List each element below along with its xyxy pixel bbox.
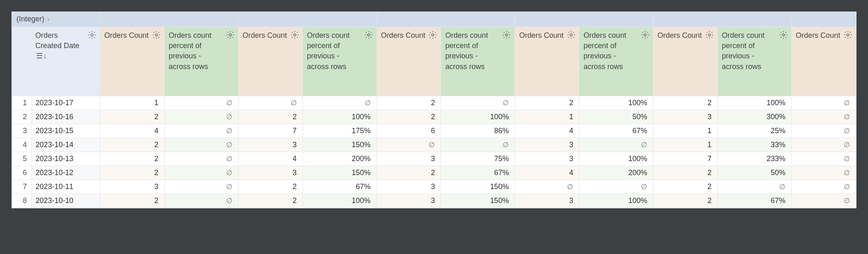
gear-icon-pct-4[interactable] [779,30,788,39]
pct-cell[interactable]: 67% [441,166,515,180]
gear-icon-pct-3[interactable] [641,30,650,39]
pivot-group[interactable] [515,12,653,27]
pct-cell[interactable]: 67% [718,194,792,208]
count-cell[interactable]: ∅ [792,124,856,138]
pct-cell[interactable]: 150% [441,180,515,194]
pct-header[interactable]: Orders count percent of previous - acros… [303,27,377,96]
pct-cell[interactable]: ∅ [164,96,238,110]
count-cell[interactable]: ∅ [792,110,856,124]
pct-cell[interactable]: 150% [303,166,377,180]
pct-cell[interactable]: 50% [718,166,792,180]
pct-header[interactable]: Orders count percent of previous - acros… [718,27,792,96]
count-cell[interactable]: 1 [653,138,718,152]
count-cell[interactable]: 2 [100,194,164,208]
gear-icon-date[interactable] [87,30,96,39]
pct-cell[interactable]: 33% [718,138,792,152]
count-header[interactable]: Orders Count [653,27,718,96]
pct-cell[interactable]: 67% [579,124,653,138]
count-cell[interactable]: 4 [515,124,579,138]
count-cell[interactable]: 2 [653,180,718,194]
count-cell[interactable]: 3 [515,138,579,152]
gear-icon-count-1[interactable] [290,30,299,39]
count-header[interactable]: Orders Count [377,27,441,96]
gear-icon-pct-2[interactable] [502,30,511,39]
pct-cell[interactable]: 50% [579,110,653,124]
count-cell[interactable]: 3 [515,194,579,208]
count-cell[interactable]: 3 [238,166,303,180]
pct-cell[interactable]: ∅ [303,96,377,110]
pivot-label-cell[interactable]: (Integer) › [12,12,100,27]
pct-cell[interactable]: 100% [579,152,653,166]
pct-cell[interactable]: 100% [718,96,792,110]
count-cell[interactable]: 7 [238,124,303,138]
count-header[interactable]: Orders Count [515,27,579,96]
count-cell[interactable]: 4 [515,166,579,180]
date-cell[interactable]: 2023-10-13 [31,152,100,166]
date-cell[interactable]: 2023-10-12 [31,166,100,180]
gear-icon-count-4[interactable] [705,30,714,39]
gear-icon-count-0[interactable] [152,30,161,39]
pct-cell[interactable]: ∅ [164,194,238,208]
pivot-group[interactable] [377,12,515,27]
pivot-group[interactable] [238,12,377,27]
count-cell[interactable]: 2 [377,166,441,180]
count-cell[interactable]: 3 [515,152,579,166]
count-cell[interactable]: ∅ [238,96,303,110]
pct-cell[interactable]: 100% [303,110,377,124]
pct-cell[interactable]: 67% [303,180,377,194]
date-cell[interactable]: 2023-10-14 [31,138,100,152]
count-cell[interactable]: 2 [238,194,303,208]
pct-header[interactable]: Orders count percent of previous - acros… [441,27,515,96]
pct-cell[interactable]: 75% [441,152,515,166]
count-cell[interactable]: 2 [100,110,164,124]
count-cell[interactable]: 2 [238,110,303,124]
date-cell[interactable]: 2023-10-10 [31,194,100,208]
date-cell[interactable]: 2023-10-16 [31,110,100,124]
gear-icon-count-3[interactable] [567,30,576,39]
pct-cell[interactable]: 300% [718,110,792,124]
pct-cell[interactable]: 25% [718,124,792,138]
pct-cell[interactable]: ∅ [164,138,238,152]
pct-cell[interactable]: ∅ [164,124,238,138]
count-cell[interactable]: ∅ [792,152,856,166]
count-cell[interactable]: 2 [653,166,718,180]
date-header[interactable]: Orders Created Date ☰ ↓ [31,27,100,96]
pct-cell[interactable]: ∅ [441,96,515,110]
pct-cell[interactable]: 200% [579,166,653,180]
pct-header[interactable]: Orders count percent of previous - acros… [164,27,238,96]
pct-cell[interactable]: 100% [579,194,653,208]
pct-cell[interactable]: 100% [441,110,515,124]
date-cell[interactable]: 2023-10-17 [31,96,100,110]
gear-icon-count-2[interactable] [428,30,437,39]
count-cell[interactable]: 4 [100,124,164,138]
count-cell[interactable]: 4 [238,152,303,166]
pct-cell[interactable]: ∅ [441,138,515,152]
count-cell[interactable]: 3 [377,194,441,208]
pct-cell[interactable]: ∅ [164,166,238,180]
date-cell[interactable]: 2023-10-15 [31,124,100,138]
count-cell[interactable]: 7 [653,152,718,166]
count-cell[interactable]: ∅ [515,180,579,194]
count-cell[interactable]: ∅ [792,96,856,110]
pct-cell[interactable]: ∅ [579,138,653,152]
count-cell[interactable]: 2 [515,96,579,110]
pct-cell[interactable]: ∅ [579,180,653,194]
count-cell[interactable]: 1 [653,124,718,138]
pct-cell[interactable]: ∅ [164,180,238,194]
pct-cell[interactable]: 150% [441,194,515,208]
pct-cell[interactable]: ∅ [164,110,238,124]
pct-cell[interactable]: 200% [303,152,377,166]
pct-cell[interactable]: 150% [303,138,377,152]
gear-icon-count-tail[interactable] [843,30,852,39]
count-cell[interactable]: 3 [238,138,303,152]
pct-cell[interactable]: 233% [718,152,792,166]
date-cell[interactable]: 2023-10-11 [31,180,100,194]
count-cell[interactable]: ∅ [792,180,856,194]
count-cell[interactable]: ∅ [792,194,856,208]
count-cell[interactable]: 2 [377,96,441,110]
count-cell[interactable]: 3 [100,180,164,194]
count-cell[interactable]: 2 [377,110,441,124]
pct-header[interactable]: Orders count percent of previous - acros… [579,27,653,96]
pct-cell[interactable]: 86% [441,124,515,138]
pct-cell[interactable]: ∅ [718,180,792,194]
